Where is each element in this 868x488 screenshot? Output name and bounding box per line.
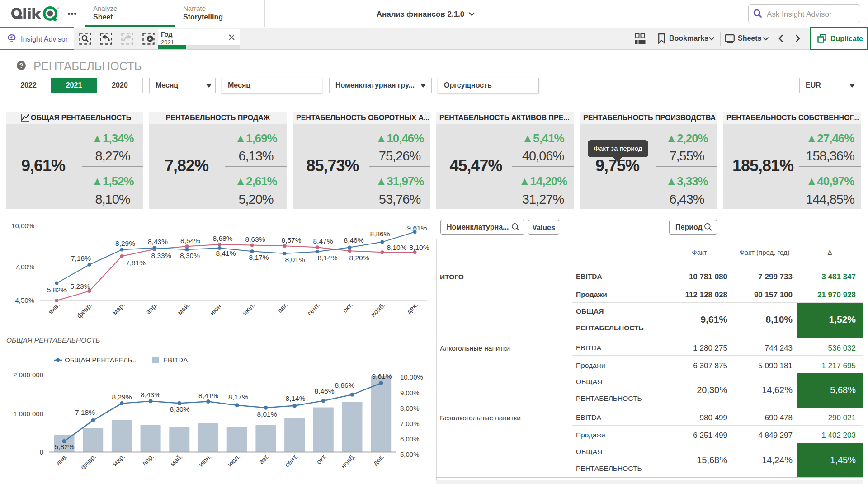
svg-text:мар.: мар. [111, 452, 126, 468]
svg-text:10,00%: 10,00% [400, 373, 423, 381]
svg-text:янв.: янв. [54, 452, 69, 467]
svg-text:8,20%: 8,20% [349, 254, 369, 262]
svg-text:8,10%: 8,10% [410, 244, 429, 251]
svg-text:нояб.: нояб. [369, 301, 387, 319]
svg-text:7,18%: 7,18% [71, 254, 91, 262]
svg-text:8,47%: 8,47% [313, 237, 333, 245]
svg-text:8,86%: 8,86% [335, 381, 355, 389]
svg-text:9,61%: 9,61% [372, 372, 392, 380]
svg-text:8,10%: 8,10% [387, 244, 407, 251]
svg-text:5,82%: 5,82% [55, 443, 75, 450]
svg-text:10,00%: 10,00% [11, 222, 34, 230]
svg-text:8,43%: 8,43% [141, 391, 160, 399]
svg-text:9,00%: 9,00% [400, 389, 420, 397]
svg-text:8,29%: 8,29% [112, 393, 132, 401]
svg-text:7,00%: 7,00% [400, 420, 420, 427]
svg-text:8,14%: 8,14% [286, 394, 306, 402]
svg-text:8,17%: 8,17% [228, 393, 248, 401]
svg-text:8,17%: 8,17% [249, 253, 269, 261]
svg-text:2 000 000: 2 000 000 [13, 371, 43, 379]
svg-text:авг.: авг. [276, 301, 289, 314]
svg-text:4,50%: 4,50% [15, 296, 34, 304]
svg-text:июн.: июн. [197, 452, 213, 468]
svg-text:8,54%: 8,54% [180, 237, 200, 244]
svg-text:8,41%: 8,41% [198, 392, 218, 399]
svg-text:1 000 000: 1 000 000 [13, 410, 43, 418]
svg-text:8,30%: 8,30% [170, 405, 190, 413]
svg-text:сент.: сент. [283, 452, 299, 469]
svg-text:февр.: февр. [75, 301, 94, 319]
svg-text:апр.: апр. [141, 452, 156, 467]
svg-text:февр.: февр. [79, 452, 98, 471]
svg-text:9,61%: 9,61% [407, 224, 427, 232]
svg-text:8,46%: 8,46% [344, 236, 364, 244]
svg-text:8,41%: 8,41% [216, 249, 236, 257]
svg-text:8,00%: 8,00% [400, 404, 420, 412]
svg-text:нояб.: нояб. [340, 452, 357, 470]
svg-text:мар.: мар. [111, 301, 126, 316]
svg-text:6,00%: 6,00% [400, 435, 420, 443]
svg-text:окт.: окт. [315, 452, 328, 465]
svg-text:8,86%: 8,86% [370, 230, 390, 238]
svg-text:8,68%: 8,68% [213, 235, 233, 242]
svg-text:8,30%: 8,30% [180, 252, 200, 259]
svg-text:июн.: июн. [208, 301, 224, 317]
svg-text:8,43%: 8,43% [148, 238, 168, 245]
svg-text:0: 0 [40, 448, 43, 456]
svg-text:ОБЩАЯ РЕНТАБЕЛЬНОСТЬ: ОБЩАЯ РЕНТАБЕЛЬНОСТЬ [6, 336, 100, 344]
svg-text:авг.: авг. [257, 452, 270, 465]
svg-text:апр.: апр. [144, 301, 159, 316]
svg-text:сент.: сент. [305, 301, 321, 317]
svg-text:8,46%: 8,46% [315, 387, 335, 395]
svg-text:5,82%: 5,82% [47, 286, 67, 294]
svg-text:ОБЩАЯ РЕНТАБЕЛЬ...: ОБЩАЯ РЕНТАБЕЛЬ... [65, 356, 138, 364]
svg-text:8,63%: 8,63% [245, 235, 265, 243]
svg-text:июл.: июл. [241, 301, 256, 317]
svg-text:май.: май. [176, 301, 191, 316]
svg-text:7,81%: 7,81% [126, 259, 146, 267]
svg-text:8,29%: 8,29% [115, 239, 135, 247]
svg-text:окт.: окт. [341, 301, 354, 314]
svg-text:5,23%: 5,23% [71, 282, 90, 290]
svg-text:дек.: дек. [405, 301, 419, 315]
svg-text:8,57%: 8,57% [282, 236, 302, 244]
svg-text:7,18%: 7,18% [75, 408, 95, 416]
svg-text:8,01%: 8,01% [257, 410, 277, 418]
svg-text:EBITDA: EBITDA [163, 356, 188, 364]
svg-text:дек.: дек. [371, 452, 386, 467]
svg-text:8,33%: 8,33% [151, 252, 171, 259]
svg-text:июл.: июл. [226, 452, 242, 468]
svg-text:янв.: янв. [47, 301, 61, 315]
svg-text:7,00%: 7,00% [15, 263, 34, 271]
svg-text:8,14%: 8,14% [318, 254, 338, 262]
svg-text:5,00%: 5,00% [400, 450, 420, 458]
svg-text:май.: май. [169, 452, 184, 468]
svg-text:8,01%: 8,01% [285, 256, 305, 263]
